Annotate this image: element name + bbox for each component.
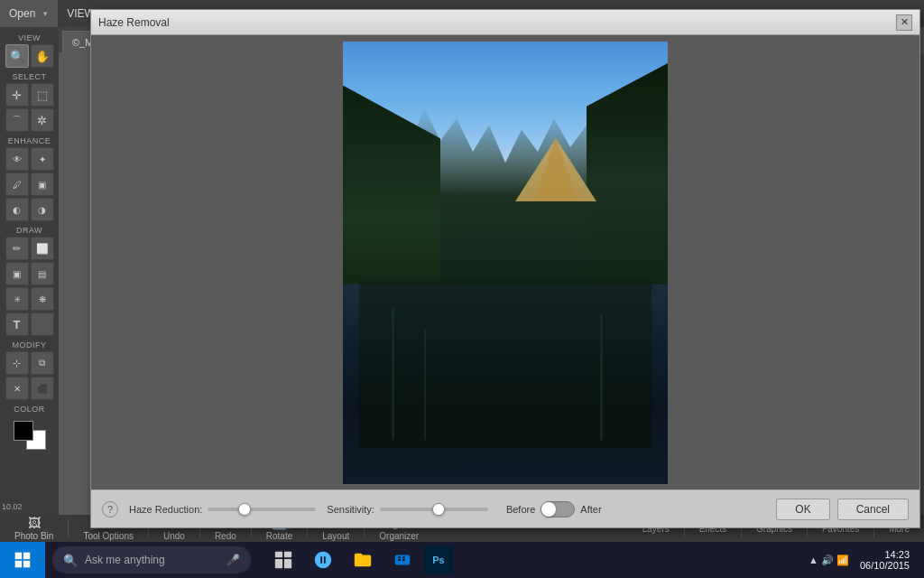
magic-wand-tool[interactable]: ✲: [31, 108, 54, 132]
enhance-section-label: ENHANCE: [4, 134, 55, 147]
stamp-tool[interactable]: ❋: [31, 287, 54, 311]
system-clock[interactable]: 14:23 06/10/2015: [853, 549, 917, 571]
redeye-fix-tool[interactable]: ⬛: [31, 377, 54, 400]
transform-tool[interactable]: ⧉: [31, 351, 54, 375]
help-button[interactable]: ?: [102, 501, 118, 517]
before-after-switch[interactable]: [541, 501, 575, 517]
straighten-tool[interactable]: ✕: [5, 377, 29, 400]
move-tool[interactable]: ✛: [5, 83, 29, 107]
photo-bin-icon: 🖼: [28, 516, 41, 530]
draw-tools-2: ▣ ▤: [4, 262, 55, 285]
dialog-buttons: OK Cancel: [776, 499, 909, 520]
photoshop-label: Ps: [432, 555, 444, 565]
toggle-knob: [541, 502, 556, 517]
zoom-tool[interactable]: 🔍: [5, 44, 29, 68]
draw-section-label: DRAW: [4, 223, 55, 237]
svg-rect-9: [284, 559, 291, 568]
before-label: Before: [506, 504, 535, 515]
store-svg: [393, 550, 412, 570]
dialog-footer: ? Haze Reduction: Sensitivity: Before Af…: [91, 489, 919, 527]
gradient-tool[interactable]: ▤: [31, 262, 54, 285]
color-swatches[interactable]: [14, 421, 46, 450]
sensitivity-slider[interactable]: [380, 508, 488, 511]
enhance-tools-2: 🖊 ▣: [4, 172, 55, 196]
haze-reduction-label: Haze Reduction:: [129, 504, 202, 515]
fx-tool[interactable]: ✳: [5, 287, 29, 311]
enhance-tools-1: 👁 ✦: [4, 147, 55, 171]
edge-icon[interactable]: [305, 542, 341, 578]
marquee-tool[interactable]: ⬚: [31, 83, 54, 107]
before-after-toggle: Before After: [506, 501, 602, 517]
foreground-color[interactable]: [14, 421, 33, 441]
draw-tools-3: ✳ ❋: [4, 287, 55, 311]
svg-rect-3: [23, 553, 31, 560]
hand-tool[interactable]: ✋: [31, 44, 54, 68]
enhance-tools-3: ◐ ◑: [4, 198, 55, 221]
view-tools: 🔍 ✋: [4, 44, 55, 68]
photoshop-icon[interactable]: Ps: [424, 545, 453, 574]
haze-reduction-thumb[interactable]: [238, 503, 251, 516]
search-icon: 🔍: [63, 554, 78, 567]
sensitivity-thumb[interactable]: [432, 503, 445, 516]
explorer-icon[interactable]: [345, 542, 381, 578]
eraser-tool[interactable]: ⬜: [31, 237, 54, 260]
modify-tools-2: ✕ ⬛: [4, 377, 55, 400]
time-display: 14:23: [860, 549, 910, 560]
explorer-svg: [353, 550, 373, 570]
tray-icons: ▲ 🔊 📶: [808, 555, 849, 566]
ok-button[interactable]: OK: [776, 499, 829, 520]
mountain: [515, 138, 596, 201]
dialog-body: [91, 35, 919, 489]
date-display: 06/10/2015: [860, 560, 910, 571]
dialog-title-text: Haze Removal: [98, 16, 170, 29]
crop-tool[interactable]: ⊹: [5, 351, 29, 375]
lasso-tool[interactable]: ⌒: [5, 108, 29, 132]
open-label: Open: [9, 7, 35, 20]
left-toolbar: VIEW 🔍 ✋ SELECT ✛ ⬚ ⌒ ✲ ENHANCE 👁 ✦ 🖊 ▣ …: [0, 27, 59, 515]
sensitivity-group: Sensitivity:: [327, 504, 488, 515]
svg-rect-5: [23, 561, 31, 568]
right-grey: [668, 35, 919, 489]
windows-taskbar: 🔍 Ask me anything 🎤 Ps ▲ 🔊 📶 14:23 06/10…: [0, 542, 924, 578]
select-tools-2: ⌒ ✲: [4, 108, 55, 132]
burn-tool[interactable]: ◑: [31, 198, 54, 221]
cancel-button[interactable]: Cancel: [837, 499, 909, 520]
tree-reflection-2: [424, 329, 426, 440]
preview-image: [343, 42, 668, 484]
healing-tool[interactable]: ✦: [31, 147, 54, 171]
red-eye-tool[interactable]: 👁: [5, 147, 29, 171]
tree-reflection-3: [600, 315, 603, 439]
windows-start-button[interactable]: [0, 542, 45, 578]
taskbar-search[interactable]: 🔍 Ask me anything 🎤: [52, 546, 251, 573]
modify-section-label: MODIFY: [4, 338, 55, 351]
photo-bin-nav[interactable]: 🖼 Photo Bin: [0, 515, 68, 542]
svg-rect-8: [275, 559, 282, 568]
svg-rect-2: [15, 553, 23, 560]
haze-reduction-group: Haze Reduction:: [129, 504, 316, 515]
taskbar-icons: Ps: [258, 542, 460, 578]
paint-bucket-tool[interactable]: ▣: [5, 262, 29, 285]
svg-rect-6: [275, 552, 282, 557]
dodge-tool[interactable]: ◐: [5, 198, 29, 221]
task-view-icon[interactable]: [265, 542, 301, 578]
haze-reduction-slider[interactable]: [208, 508, 316, 511]
edge-svg: [313, 550, 333, 570]
mic-icon: 🎤: [226, 554, 240, 566]
text-tool[interactable]: T: [5, 312, 29, 336]
dialog-close-button[interactable]: ✕: [896, 14, 912, 31]
color-section-label: COLOR: [4, 402, 55, 415]
windows-logo: [14, 551, 32, 569]
dialog-title-bar: Haze Removal ✕: [91, 10, 919, 35]
empty-tool[interactable]: [31, 312, 54, 336]
clone-tool[interactable]: 🖊: [5, 172, 29, 196]
modify-tools-1: ⊹ ⧉: [4, 351, 55, 375]
tree-reflection-1: [392, 307, 393, 440]
color-section: [4, 415, 55, 452]
svg-rect-4: [15, 561, 23, 568]
store-icon[interactable]: [384, 542, 420, 578]
after-label: After: [580, 504, 601, 515]
brush-tool[interactable]: ✏: [5, 237, 29, 260]
open-menu[interactable]: Open ▼: [0, 0, 58, 27]
smudge-tool[interactable]: ▣: [31, 172, 54, 196]
water-reflection: [359, 280, 651, 448]
